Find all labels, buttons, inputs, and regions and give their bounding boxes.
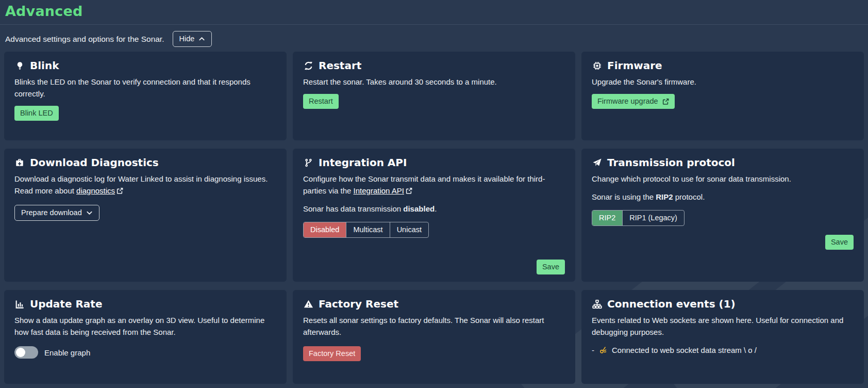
card-blink-description: Blinks the LED on the Sonar to verify co… <box>14 76 276 100</box>
transmission-protocol-save-button[interactable]: Save <box>825 235 854 250</box>
card-download-diagnostics-title: Download Diagnostics <box>30 156 159 169</box>
card-update-rate-title: Update Rate <box>30 297 102 311</box>
transmission-mode-unicast[interactable]: Unicast <box>390 222 428 237</box>
restart-button[interactable]: Restart <box>303 94 339 109</box>
card-firmware: Firmware Upgrade the Sonar's firmware. F… <box>581 52 864 140</box>
card-firmware-description: Upgrade the Sonar's firmware. <box>592 76 696 88</box>
prepare-download-label: Prepare download <box>21 208 82 217</box>
toggle-knob <box>16 348 25 357</box>
event-text: Connected to web socket data stream \ o … <box>612 344 757 356</box>
blink-led-button[interactable]: Blink LED <box>14 106 59 121</box>
card-update-rate: Update Rate Show a data update graph as … <box>4 290 287 384</box>
card-restart: Restart Restart the sonar. Takes around … <box>293 52 575 140</box>
connection-event-item: - Connected to web socket data stream \ … <box>592 344 757 356</box>
page-title: Advanced <box>5 3 863 20</box>
card-download-diagnostics: Download Diagnostics Download a diagnost… <box>4 149 287 282</box>
card-blink: Blink Blinks the LED on the Sonar to ver… <box>4 52 287 140</box>
page-header: Advanced Advanced settings and options f… <box>0 0 868 47</box>
enable-graph-label: Enable graph <box>44 348 90 357</box>
advanced-cards-grid: Blink Blinks the LED on the Sonar to ver… <box>4 52 864 384</box>
card-restart-description: Restart the sonar. Takes around 30 secon… <box>303 76 497 88</box>
hide-button-label: Hide <box>179 35 195 43</box>
chevron-down-icon <box>86 209 93 216</box>
protocol-group: RIP2 RIP1 (Legacy) <box>592 210 685 226</box>
card-transmission-protocol-title: Transmission protocol <box>607 156 735 169</box>
sync-icon <box>303 61 313 71</box>
page-subtitle: Advanced settings and options for the So… <box>5 35 164 44</box>
protocol-rip1-legacy[interactable]: RIP1 (Legacy) <box>622 211 684 225</box>
microchip-icon <box>592 61 602 71</box>
card-integration-api: Integration API Configure how the Sonar … <box>293 149 575 282</box>
factory-reset-button[interactable]: Factory Reset <box>303 346 361 361</box>
sitemap-icon <box>592 299 602 309</box>
protocol-status-value: RIP2 <box>656 192 673 201</box>
external-link-icon <box>406 187 412 194</box>
prepare-download-button[interactable]: Prepare download <box>14 205 99 221</box>
transmission-mode-disabled[interactable]: Disabled <box>304 222 346 237</box>
integration-api-link[interactable]: Integration API <box>354 186 404 195</box>
factory-reset-description: Resets all sonar settings to factory def… <box>303 314 565 338</box>
code-branch-icon <box>303 158 313 168</box>
header-divider <box>0 24 868 25</box>
transmission-mode-group: Disabled Multicast Unicast <box>303 222 429 238</box>
card-integration-api-title: Integration API <box>319 156 407 169</box>
transmission-protocol-description: Change which protocol to use for sonar d… <box>592 173 791 185</box>
card-connection-events-title: Connection events (1) <box>607 297 736 311</box>
ok-hand-emoji-icon <box>599 346 607 354</box>
card-blink-title: Blink <box>30 59 59 72</box>
card-connection-events: Connection events (1) Events related to … <box>581 290 864 384</box>
integration-api-description: Configure how the Sonar transmit data an… <box>303 174 545 195</box>
protocol-status-text: Sonar is using the RIP2 protocol. <box>592 191 705 203</box>
card-factory-reset-title: Factory Reset <box>319 297 398 311</box>
chart-column-icon <box>14 299 25 309</box>
protocol-rip2[interactable]: RIP2 <box>592 211 622 225</box>
card-factory-reset: Factory Reset Resets all sonar settings … <box>293 290 575 384</box>
card-transmission-protocol: Transmission protocol Change which proto… <box>581 149 864 282</box>
firmware-upgrade-label: Firmware upgrade <box>597 97 658 106</box>
lightbulb-icon <box>14 61 25 71</box>
connection-events-description: Events related to Web sockets are shown … <box>592 314 854 338</box>
enable-graph-toggle[interactable] <box>14 346 38 359</box>
external-link-icon <box>116 187 123 194</box>
transmission-status-text: Sonar has data transmission disabled. <box>303 203 437 215</box>
chevron-up-icon <box>198 36 205 42</box>
card-firmware-title: Firmware <box>607 59 662 72</box>
transmission-status-value: disabled <box>403 204 435 213</box>
transmission-mode-multicast[interactable]: Multicast <box>346 222 389 237</box>
briefcase-medical-icon <box>14 158 25 168</box>
warning-triangle-icon <box>303 299 313 309</box>
firmware-upgrade-button[interactable]: Firmware upgrade <box>592 94 675 109</box>
card-restart-title: Restart <box>319 59 361 72</box>
update-rate-description: Show a data update graph as an overlay o… <box>14 314 276 338</box>
external-link-icon <box>662 98 669 105</box>
diagnostics-link[interactable]: diagnostics <box>76 186 115 195</box>
integration-api-save-button[interactable]: Save <box>537 260 565 274</box>
hide-button[interactable]: Hide <box>173 31 212 47</box>
event-bullet: - <box>592 344 594 356</box>
diagnostics-description: Download a diagnostic log for Water Link… <box>14 174 268 195</box>
paper-plane-icon <box>592 158 602 168</box>
